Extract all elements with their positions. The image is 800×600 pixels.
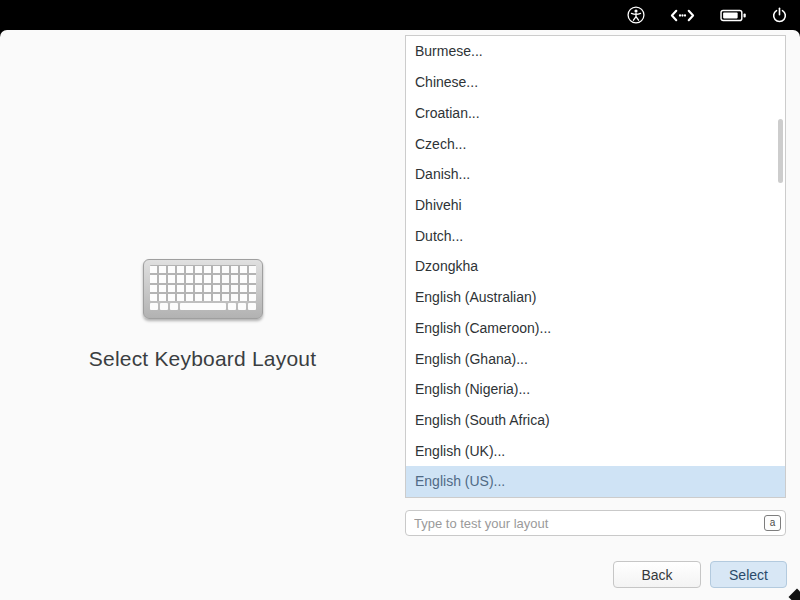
layout-list: Burmese...Chinese...Croatian...Czech...D…: [405, 35, 786, 498]
page-title: Select Keyboard Layout: [89, 347, 316, 371]
layout-list-item[interactable]: English (Nigeria)...: [406, 374, 785, 405]
layout-list-item[interactable]: English (UK)...: [406, 435, 785, 466]
layout-list-item[interactable]: Chinese...: [406, 67, 785, 98]
keyboard-icon: [143, 259, 263, 319]
layout-list-item[interactable]: Dzongkha: [406, 251, 785, 282]
arrows-horizontal-icon[interactable]: [669, 0, 696, 30]
layout-preview-button[interactable]: a: [764, 515, 781, 531]
letter-a-icon: a: [770, 518, 776, 528]
layout-list-item[interactable]: Dutch...: [406, 220, 785, 251]
layout-list-item[interactable]: English (Ghana)...: [406, 343, 785, 374]
layout-list-item[interactable]: Burmese...: [406, 36, 785, 67]
keyboard-icon-bottom-row: [150, 303, 256, 310]
mouse-cursor: [789, 589, 800, 600]
test-row: a: [405, 510, 786, 536]
layout-list-item[interactable]: Dhivehi: [406, 190, 785, 221]
left-panel: Select Keyboard Layout: [0, 30, 405, 600]
layout-list-item[interactable]: Czech...: [406, 128, 785, 159]
keyboard-icon-keys: [150, 265, 256, 301]
power-icon[interactable]: [771, 0, 788, 30]
test-layout-input[interactable]: [405, 510, 786, 536]
screen: Select Keyboard Layout Burmese...Chinese…: [0, 0, 800, 600]
right-panel: Burmese...Chinese...Croatian...Czech...D…: [405, 35, 786, 536]
battery-icon[interactable]: [720, 0, 747, 30]
layout-list-item[interactable]: English (Australian): [406, 282, 785, 313]
scrollbar-thumb[interactable]: [778, 119, 783, 183]
top-bar: [0, 0, 800, 30]
footer: Back Select: [613, 561, 787, 588]
layout-list-item[interactable]: English (Cameroon)...: [406, 312, 785, 343]
accessibility-icon[interactable]: [627, 0, 645, 30]
layout-list-item[interactable]: English (South Africa): [406, 405, 785, 436]
layout-list-item[interactable]: English (US)...: [406, 466, 785, 497]
back-button[interactable]: Back: [613, 561, 701, 588]
layout-list-item[interactable]: Croatian...: [406, 97, 785, 128]
select-button[interactable]: Select: [710, 561, 787, 588]
layout-list-item[interactable]: Danish...: [406, 159, 785, 190]
keyboard-layout-page: Select Keyboard Layout Burmese...Chinese…: [0, 30, 800, 600]
